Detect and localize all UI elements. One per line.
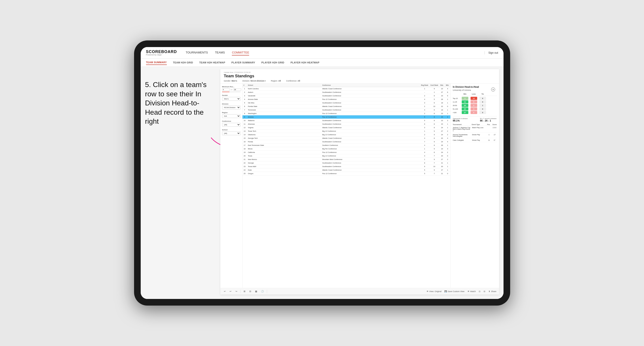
table-row[interactable]: 17 East Tennessee State Southern Confere… [242, 144, 450, 147]
h2h-loss-cell: 3 [470, 107, 477, 111]
sign-out-button[interactable]: Sign out [484, 51, 498, 54]
sub-nav-team-summary[interactable]: TEAM SUMMARY [146, 60, 167, 65]
copy-button[interactable]: ⊞ [243, 290, 246, 293]
rank-cell: 3 [242, 94, 247, 98]
conf-rank-cell: 9 [430, 133, 439, 137]
redo-right-button[interactable]: ↪ [234, 290, 238, 293]
table-row[interactable]: 2 Auburn Southeastern Conference - 1 27 … [242, 91, 450, 94]
logo-title: SCOREBOARD [146, 50, 177, 54]
rank-cell: 22 [242, 161, 247, 165]
table-row[interactable]: 1 North Carolina Atlantic Coast Conferen… [242, 87, 450, 91]
tournament-pos [487, 127, 491, 132]
table-row[interactable]: 23 Texas A&M Southeastern Conference 9 1… [242, 165, 450, 168]
table-row[interactable]: 24 Duke Atlantic Coast Conference 5 9 27… [242, 168, 450, 172]
reg-rank-cell: 3 [420, 101, 429, 105]
rank-cell: 10 [242, 119, 247, 122]
table-row[interactable]: 12 Virginia Atlantic Coast Conference 3 … [242, 126, 450, 130]
sub-nav-team-h2h-grid[interactable]: TEAM H2H GRID [173, 60, 193, 65]
table-row[interactable]: 18 Illinois Big Ten Conference 1 9 23 3 [242, 147, 450, 151]
toolbar-more[interactable]: ▦ [254, 290, 258, 293]
table-row[interactable]: 7 Tennessee Southeastern Conference 4 6 … [242, 108, 450, 112]
gender-filter-group: Gender Men's [222, 94, 240, 101]
gender-label: Gender [222, 94, 240, 96]
reg-rank-cell: 1 [420, 87, 429, 91]
table-row[interactable]: 14 Oklahoma Big 12 Conference 2 9 24 2 [242, 133, 450, 137]
conference-select[interactable]: (All) [222, 123, 240, 127]
reg-rank-cell: 2 [420, 94, 429, 98]
share-button[interactable]: ⬆ Share [488, 290, 496, 293]
sub-nav-player-h2h-grid[interactable]: PLAYER H2H GRID [261, 60, 284, 65]
slider[interactable] [222, 92, 240, 92]
table-row[interactable]: 5 Ole Miss Southeastern Conference 3 6 1… [242, 101, 450, 105]
table-row[interactable]: 20 Texas Big 12 Conference 3 7 20 0 [242, 154, 450, 158]
save-custom-button[interactable]: 💾 Save Custom View [444, 290, 464, 293]
win-cell: 3 [445, 119, 450, 122]
h2h-range-label: 26-50 [453, 105, 462, 107]
rds-cell: 23 [439, 115, 445, 119]
tournament-score: 17 [492, 139, 497, 141]
conf-rank-cell: 8 [430, 137, 439, 140]
gender-select[interactable]: Men's [222, 97, 240, 101]
conf-rank-cell: 8 [430, 144, 439, 147]
division-select[interactable]: NCAA Division I [222, 106, 240, 109]
h2h-team: University of Arizona [453, 89, 497, 91]
watch-button[interactable]: 👁 Watch [468, 290, 476, 293]
table-row[interactable]: 19 California Pac-12 Conference 4 8 24 2 [242, 151, 450, 154]
region-select[interactable]: N/A [222, 114, 240, 118]
conf-rank-cell: 6 [430, 108, 439, 112]
table-row[interactable]: 3 Vanderbilt Southeastern Conference 2 8… [242, 94, 450, 98]
clock-button[interactable]: 🕐 [260, 290, 264, 293]
tournament-score: 2-3-0 [492, 127, 497, 132]
conf-rank-cell: 1 [430, 91, 439, 94]
sub-nav-player-summary[interactable]: PLAYER SUMMARY [232, 60, 255, 65]
table-row[interactable]: 4 Arizona State Pac-12 Conference 4 5 26… [242, 98, 450, 101]
watch-icon: 👁 [468, 290, 470, 293]
table-row[interactable]: 22 Georgia Southeastern Conference 8 7 2… [242, 161, 450, 165]
max-rou-input[interactable] [234, 88, 241, 91]
h2h-win-cell: 11 [462, 100, 468, 103]
nav-teams[interactable]: TEAMS [215, 50, 225, 55]
table-row[interactable]: 6 Florida State Atlantic Coast Conferenc… [242, 105, 450, 108]
h2h-section: In Division Head-to-Head University of A… [453, 86, 497, 114]
tie-header: Tie [480, 93, 486, 95]
conference-cell: Southern Conference [321, 144, 420, 147]
table-row[interactable]: 21 New Mexico Mountain West Conference 1… [242, 158, 450, 161]
close-button[interactable]: ✕ [491, 87, 495, 91]
school-select[interactable]: (All) [222, 132, 240, 135]
reg-rank-cell: - [420, 91, 429, 94]
tournament-row: Jackson T. Stephens Cup Men's Match-Play… [453, 127, 497, 133]
school-cell: Georgia [247, 161, 321, 165]
toolbar-extra-2[interactable]: ⊟ [484, 290, 486, 293]
toolbar-extra-1[interactable]: ⊡ [479, 290, 480, 293]
t-pos-header: Pos [486, 124, 491, 125]
tournament-row: Cabo Collegiate Stroke Play 11 17 [453, 139, 497, 142]
sub-nav-player-h2h-heatmap[interactable]: PLAYER H2H HEATMAP [290, 60, 320, 65]
nav-committee[interactable]: COMMITTEE [232, 50, 249, 55]
paste-button[interactable]: ⊟ [248, 290, 252, 293]
table-row[interactable]: 9 Arizona Pac-12 Conference 5 8 23 3 [242, 115, 450, 119]
redo-left-button[interactable]: ↩ [229, 290, 232, 293]
win-cell: 1 [445, 161, 450, 165]
sub-nav-team-h2h-heatmap[interactable]: TEAM H2H HEATMAP [199, 60, 225, 65]
win-cell: 1 [445, 144, 450, 147]
table-row[interactable]: 25 Oregon Pac-12 Conference 5 7 21 0 [242, 172, 450, 175]
reg-rank-cell: 6 [420, 122, 429, 126]
win-cell: 2 [445, 158, 450, 161]
conference-cell: Southeastern Conference [321, 165, 420, 168]
view-original-button[interactable]: 👁 View: Original [426, 290, 441, 293]
table-row[interactable]: 8 Washington Pac-12 Conference 2 8 23 1 [242, 112, 450, 115]
table-row[interactable]: 10 Alabama Southeastern Conference 5 8 2… [242, 119, 450, 122]
h2h-tie-cell: 0 [480, 107, 486, 111]
nav-tournaments[interactable]: TOURNAMENTS [186, 50, 208, 55]
rank-cell: 11 [242, 122, 247, 126]
table-row[interactable]: 11 Arkansas Southeastern Conference 6 8 … [242, 122, 450, 126]
table-row[interactable]: 13 Texas Tech Big 12 Conference 1 9 27 2 [242, 130, 450, 133]
min-rou-input[interactable] [222, 88, 230, 91]
undo-button[interactable]: ↩ [223, 290, 226, 293]
table-row[interactable]: 16 Florida Southeastern Conference 7 9 2… [242, 140, 450, 144]
conf-rank-cell: 9 [430, 158, 439, 161]
h2h-row: 26-50 25 2 1 [453, 104, 497, 107]
rds-cell: 27 [439, 168, 445, 172]
table-row[interactable]: 15 Georgia Tech Atlantic Coast Conferenc… [242, 137, 450, 140]
h2h-range-label: Top 10 [453, 97, 462, 99]
